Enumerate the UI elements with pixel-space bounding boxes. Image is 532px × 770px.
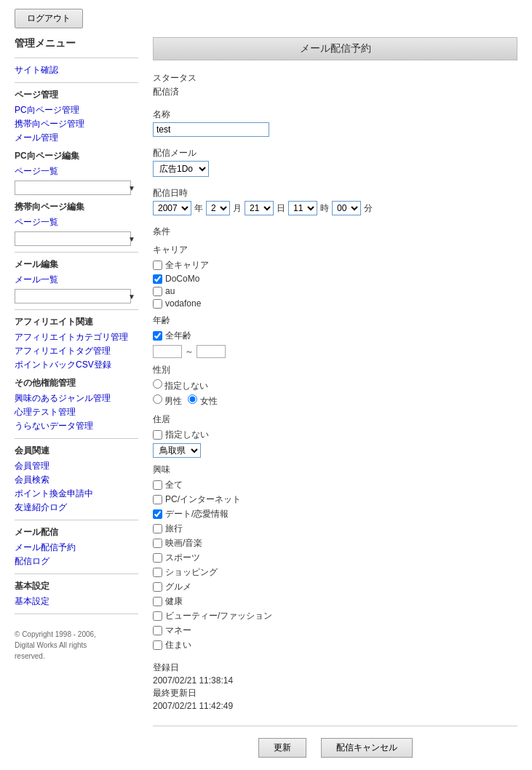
all-age-row: 全年齢 xyxy=(153,330,517,342)
sidebar-link-affiliate-tag[interactable]: アフィリエイトタグ管理 xyxy=(15,345,138,357)
age-separator: ～ xyxy=(185,346,194,358)
sidebar-mail-select[interactable] xyxy=(15,289,131,303)
gender-label: 性別 xyxy=(153,364,517,376)
mail-select[interactable]: 広告1Do xyxy=(153,161,209,177)
gender-male-radio[interactable] xyxy=(153,394,162,404)
sidebar-link-delivery-log[interactable]: 配信ログ xyxy=(15,555,138,568)
interest-label-money: マネー xyxy=(165,624,191,637)
sidebar-section-affiliate: アフィリエイト関連 xyxy=(15,316,138,328)
interest-checkbox-house[interactable] xyxy=(153,640,162,650)
interest-checkbox-movie[interactable] xyxy=(153,539,162,548)
sidebar-link-referral[interactable]: 友達紹介ログ xyxy=(15,501,138,514)
minute-select[interactable]: 00 xyxy=(332,201,361,215)
interest-checkbox-money[interactable] xyxy=(153,626,162,635)
sidebar-link-basic-settings[interactable]: 基本設定 xyxy=(15,595,138,608)
conditions-group: 条件 キャリア 全キャリア DoCoMo au vod xyxy=(153,226,517,651)
sidebar-title: 管理メニュー xyxy=(15,37,138,50)
sidebar-pc-select[interactable] xyxy=(15,180,131,195)
interest-checkbox-all[interactable] xyxy=(153,480,162,490)
interest-label-house: 住まい xyxy=(165,639,191,651)
update-button[interactable]: 更新 xyxy=(258,738,306,758)
carrier-label-docomo: DoCoMo xyxy=(165,274,199,284)
sidebar-link-affiliate-cat[interactable]: アフィリエイトカテゴリ管理 xyxy=(15,331,138,344)
sidebar-section-other-mgmt: その他権能管理 xyxy=(15,377,138,389)
mail-group: 配信メール 広告1Do xyxy=(153,147,517,177)
age-to-input[interactable] xyxy=(196,345,226,358)
residence-specify-checkbox[interactable] xyxy=(153,430,162,440)
interest-label-movie: 映画/音楽 xyxy=(165,537,202,549)
sidebar-link-pc-page[interactable]: PC向ページ管理 xyxy=(15,104,138,116)
logout-button[interactable]: ログアウト xyxy=(15,9,83,28)
carrier-label-vodafone: vodafone xyxy=(165,298,201,309)
sidebar-link-mobile-list[interactable]: ページ一覧 xyxy=(15,216,138,229)
gender-none-radio[interactable] xyxy=(153,379,162,389)
sidebar-link-site-confirm[interactable]: サイト確認 xyxy=(15,64,138,76)
age-from-input[interactable] xyxy=(153,345,182,358)
sidebar-section-page-management: ページ管理 xyxy=(15,89,138,101)
prefecture-select[interactable]: 鳥取県 xyxy=(153,443,201,458)
updated-label: 最終更新日 xyxy=(153,687,517,699)
interest-label-all: 全て xyxy=(165,479,183,491)
sidebar-link-mail-list[interactable]: メール一覧 xyxy=(15,274,138,286)
interest-label-food: グルメ xyxy=(165,581,191,593)
cancel-delivery-button[interactable]: 配信キャンセル xyxy=(321,738,413,758)
interest-checkbox-date[interactable] xyxy=(153,509,162,519)
carrier-checkbox-vodafone[interactable] xyxy=(153,299,162,309)
sidebar-link-fortune[interactable]: うらないデータ管理 xyxy=(15,420,138,432)
gender-female-radio[interactable] xyxy=(188,394,197,404)
name-input[interactable] xyxy=(153,122,269,137)
datetime-group: 配信日時 2007 年 2 月 21 日 11 xyxy=(153,187,517,215)
interest-label-date: デート/恋愛情報 xyxy=(165,508,229,520)
carrier-label-au: au xyxy=(165,286,175,296)
year-label: 年 xyxy=(194,202,203,215)
mail-label: 配信メール xyxy=(153,147,517,159)
interest-checkbox-travel[interactable] xyxy=(153,524,162,533)
sidebar-link-member-mgmt[interactable]: 会員管理 xyxy=(15,460,138,472)
sidebar-mobile-select-wrap: ▼ xyxy=(15,231,138,246)
status-value: 配信済 xyxy=(153,86,517,98)
gender-male-female-row: 男性 女性 xyxy=(153,394,517,408)
sidebar-link-point-exchange[interactable]: ポイント換金申請中 xyxy=(15,488,138,500)
interest-row-date: デート/恋愛情報 xyxy=(153,508,517,520)
carrier-row-docomo: DoCoMo xyxy=(153,274,517,284)
sidebar-link-pc-list[interactable]: ページ一覧 xyxy=(15,165,138,178)
sidebar-link-mail-schedule[interactable]: メール配信予約 xyxy=(15,541,138,554)
interest-label-travel: 旅行 xyxy=(165,523,183,535)
sidebar-link-mail-mgmt[interactable]: メール管理 xyxy=(15,132,138,144)
interest-checkbox-food[interactable] xyxy=(153,582,162,592)
sidebar-link-pointback[interactable]: ポイントバックCSV登録 xyxy=(15,359,138,371)
sidebar-section-basic-settings: 基本設定 xyxy=(15,580,138,592)
gender-female-label: 女性 xyxy=(188,394,217,408)
interest-checkbox-sports[interactable] xyxy=(153,553,162,563)
interest-checkbox-shopping[interactable] xyxy=(153,568,162,577)
sidebar-link-mobile-page[interactable]: 携帯向ページ管理 xyxy=(15,118,138,130)
bottom-buttons: 更新 配信キャンセル xyxy=(153,726,517,769)
carrier-checkbox-docomo[interactable] xyxy=(153,274,162,284)
interest-row-beauty: ビューティー/ファッション xyxy=(153,610,517,622)
status-group: スタータス 配信済 xyxy=(153,72,517,98)
interest-row-money: マネー xyxy=(153,624,517,637)
carrier-checkbox-all[interactable] xyxy=(153,261,162,270)
sidebar-link-member-search[interactable]: 会員検索 xyxy=(15,474,138,486)
sidebar-divider-1 xyxy=(15,82,138,83)
sidebar-link-psych[interactable]: 心理テスト管理 xyxy=(15,406,138,418)
all-age-checkbox[interactable] xyxy=(153,331,162,341)
hour-select[interactable]: 11 xyxy=(288,201,317,215)
month-select[interactable]: 2 xyxy=(206,201,230,215)
year-select[interactable]: 2007 xyxy=(153,201,191,215)
interest-label-shopping: ショッピング xyxy=(165,566,218,579)
carrier-checkbox-au[interactable] xyxy=(153,287,162,296)
minute-label: 分 xyxy=(364,202,373,215)
interest-checkbox-pc[interactable] xyxy=(153,495,162,504)
copyright-text: © Copyright 1998 - 2006, Digital Works A… xyxy=(15,629,138,662)
interest-row-house: 住まい xyxy=(153,639,517,651)
interest-row-sports: スポーツ xyxy=(153,552,517,564)
sidebar-link-genre[interactable]: 興味のあるジャンル管理 xyxy=(15,392,138,405)
interest-checkbox-beauty[interactable] xyxy=(153,611,162,621)
conditions-label: 条件 xyxy=(153,226,517,238)
day-select[interactable]: 21 xyxy=(245,201,274,215)
sidebar-mobile-select[interactable] xyxy=(15,231,131,246)
interest-checkbox-health[interactable] xyxy=(153,597,162,606)
status-label: スタータス xyxy=(153,72,517,84)
residence-specify-label: 指定しない xyxy=(165,429,209,441)
